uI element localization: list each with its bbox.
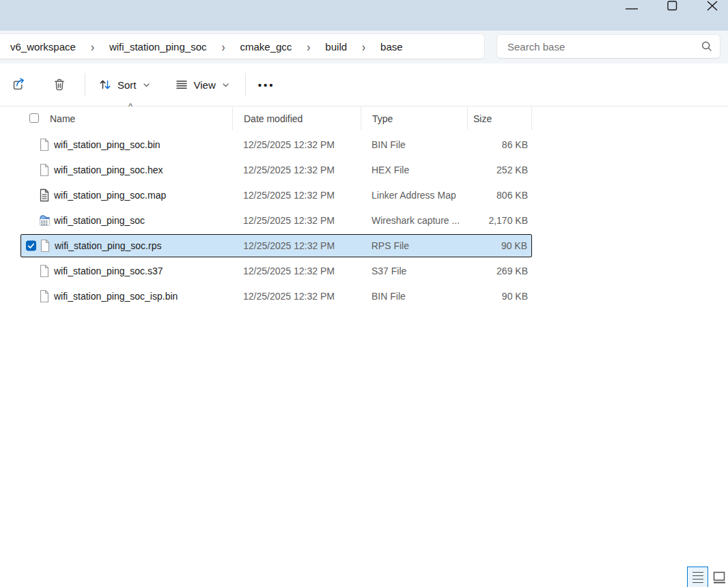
close-icon (697, 1, 728, 18)
chevron-down-icon (221, 81, 230, 89)
sort-button-label: Sort (117, 79, 137, 91)
toolbar-divider (245, 73, 246, 96)
column-header-type-label: Type (372, 113, 393, 124)
share-button[interactable] (4, 72, 33, 98)
share-icon (10, 76, 27, 94)
file-date-modified: 12/25/2025 12:32 PM (232, 215, 361, 226)
file-type: BIN File (361, 291, 467, 302)
chevron-right-icon: › (221, 39, 225, 53)
column-header-size-label: Size (473, 113, 492, 124)
close-button[interactable] (697, 0, 728, 18)
file-type: Linker Address Map (361, 190, 467, 201)
column-header-date-label: Date modified (244, 113, 303, 124)
file-date-modified: 12/25/2025 12:32 PM (232, 291, 361, 302)
details-view-button[interactable] (687, 567, 708, 587)
file-type: S37 File (361, 266, 467, 276)
table-row[interactable]: wifi_station_ping_soc.s37 12/25/2025 12:… (20, 258, 532, 283)
ellipsis-icon: ••• (258, 79, 275, 91)
row-checkbox[interactable] (26, 240, 36, 250)
file-type: RPS File (361, 240, 467, 251)
table-row[interactable]: wifi_station_ping_soc_isp.bin 12/25/2025… (20, 283, 532, 309)
file-size: 90 KB (467, 291, 532, 302)
icons-view-icon (713, 571, 726, 584)
file-date-modified: 12/25/2025 12:32 PM (232, 164, 361, 175)
view-button-label: View (194, 79, 216, 91)
file-type: BIN File (361, 139, 467, 150)
breadcrumb-item-v6_workspace[interactable]: v6_workspace (6, 38, 80, 55)
table-row[interactable]: wifi_station_ping_soc.hex 12/25/2025 12:… (20, 157, 532, 182)
file-size: 2,170 KB (467, 215, 532, 226)
file-size: 269 KB (467, 266, 532, 276)
address-bar: v6_workspace › wifi_station_ping_soc › c… (0, 31, 728, 64)
breadcrumb-item-cmake_gcc[interactable]: cmake_gcc (236, 38, 296, 55)
file-date-modified: 12/25/2025 12:32 PM (232, 139, 361, 150)
maximize-button[interactable] (656, 0, 688, 18)
file-size: 86 KB (467, 139, 532, 150)
toolbar-divider (85, 73, 85, 96)
breadcrumb-item-build[interactable]: build (321, 38, 351, 55)
title-bar (0, 0, 728, 31)
search-icon (701, 40, 713, 53)
file-name: wifi_station_ping_soc.hex (20, 164, 232, 175)
chevron-right-icon: › (307, 39, 310, 53)
file-type: Wireshark capture ... (361, 215, 467, 226)
file-name: wifi_station_ping_soc.map (20, 190, 232, 201)
file-size: 252 KB (467, 164, 532, 175)
minimize-button[interactable] (616, 0, 647, 18)
file-icon (39, 289, 50, 303)
delete-button[interactable] (45, 72, 74, 98)
file-icon (39, 138, 50, 152)
file-date-modified: 12/25/2025 12:32 PM (232, 190, 361, 201)
view-toggle-group (687, 567, 726, 587)
icons-view-button[interactable] (713, 571, 726, 584)
breadcrumb-item-base[interactable]: base (376, 38, 407, 55)
maximize-icon (656, 1, 688, 18)
document-icon (39, 188, 50, 202)
table-row[interactable]: wifi_station_ping_soc.map 12/25/2025 12:… (20, 182, 532, 207)
table-row[interactable]: wifi_station_ping_soc.bin 12/25/2025 12:… (20, 132, 532, 157)
column-header-type[interactable]: Type (361, 107, 467, 130)
table-row[interactable]: wifi_station_ping_soc.rps 12/25/2025 12:… (20, 234, 532, 257)
wireshark-icon (39, 214, 51, 227)
file-name: wifi_station_ping_soc.bin (20, 139, 232, 150)
sort-button[interactable]: Sort (92, 73, 156, 96)
file-icon (39, 264, 50, 278)
view-lines-icon (174, 77, 189, 92)
file-size: 806 KB (467, 190, 532, 201)
file-name: wifi_station_ping_soc.rps (21, 240, 232, 251)
view-button[interactable]: View (169, 73, 236, 96)
column-header-row: ^ Name Date modified Type Size (20, 107, 532, 130)
file-date-modified: 12/25/2025 12:32 PM (232, 266, 361, 276)
search-input[interactable] (506, 40, 701, 53)
select-all-checkbox[interactable] (29, 113, 39, 123)
search-box (496, 34, 720, 59)
breadcrumb-item-wifi_station_ping_soc[interactable]: wifi_station_ping_soc (105, 38, 211, 55)
file-list-area: ^ Name Date modified Type Size (0, 106, 728, 587)
file-name: wifi_station_ping_soc.s37 (20, 266, 232, 276)
table-row[interactable]: wifi_station_ping_soc 12/25/2025 12:32 P… (20, 207, 532, 233)
file-date-modified: 12/25/2025 12:32 PM (232, 240, 360, 251)
file-list: wifi_station_ping_soc.bin 12/25/2025 12:… (20, 132, 532, 309)
minimize-icon (616, 1, 647, 18)
chevron-right-icon: › (91, 39, 94, 53)
file-icon (40, 239, 51, 253)
file-name: wifi_station_ping_soc (20, 215, 232, 226)
column-header-name-label: Name (50, 113, 75, 124)
trash-icon (51, 76, 68, 94)
column-header-date-modified[interactable]: Date modified (232, 107, 361, 130)
see-more-button[interactable]: ••• (253, 75, 281, 95)
column-header-size[interactable]: Size (467, 107, 532, 130)
chevron-right-icon: › (362, 39, 365, 53)
breadcrumb: v6_workspace › wifi_station_ping_soc › c… (0, 33, 485, 59)
file-name: wifi_station_ping_soc_isp.bin (20, 291, 232, 302)
sort-arrows-icon (98, 77, 113, 92)
file-icon (39, 163, 50, 177)
command-toolbar: Sort View ••• (0, 63, 728, 106)
chevron-down-icon (142, 81, 151, 89)
column-header-name[interactable]: Name (20, 107, 232, 130)
file-type: HEX File (361, 164, 467, 175)
file-size: 90 KB (466, 240, 531, 251)
